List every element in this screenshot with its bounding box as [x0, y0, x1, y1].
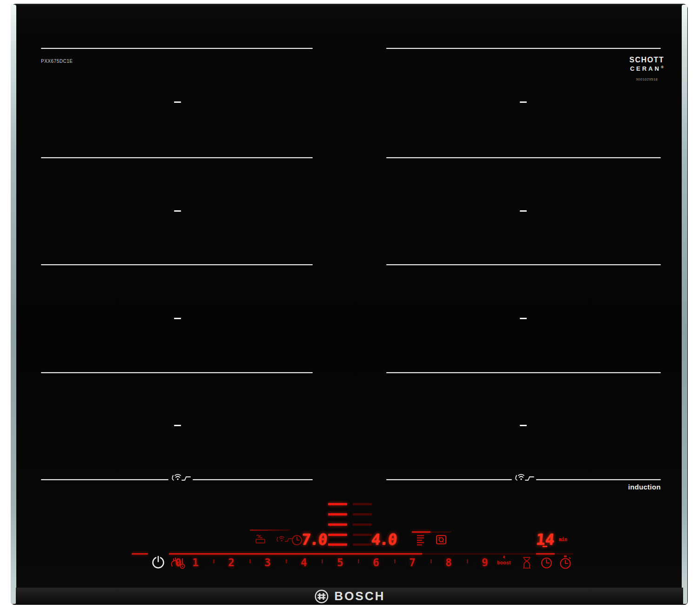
slider-track-segment[interactable] — [132, 553, 148, 555]
left-power-display: 7.0 — [297, 530, 331, 546]
timer-unit-label: min — [559, 537, 567, 542]
zone-line — [41, 48, 313, 49]
slider-level-9[interactable]: 9 — [478, 556, 492, 569]
slider-track-segment — [555, 553, 573, 555]
power-level-ladder — [328, 523, 347, 526]
pan-centre-mark — [174, 425, 181, 426]
boost-icon[interactable] — [501, 555, 507, 560]
glass-code: 9001029518 — [623, 77, 671, 81]
left-trim-strip — [11, 5, 16, 604]
bosch-armature-logo-icon — [314, 589, 329, 604]
zone-line — [41, 264, 313, 265]
front-trim-bar: BOSCH — [16, 588, 683, 605]
pan-centre-mark — [174, 101, 181, 103]
slider-track-segment — [536, 553, 555, 555]
power-level-ladder-dim — [353, 523, 372, 526]
power-level-list-icon[interactable] — [416, 535, 425, 546]
zone-select-indicator — [412, 531, 430, 533]
timer-active-mark — [543, 546, 547, 547]
zone-line — [193, 479, 313, 480]
slider-tick — [249, 559, 251, 563]
zone-line — [386, 48, 661, 49]
right-trim-strip — [682, 5, 687, 604]
slider-level-4[interactable]: 4 — [297, 556, 311, 569]
glass-brand-line1: SCHOTT — [623, 56, 671, 64]
bosch-logo-text: BOSCH — [335, 589, 385, 603]
power-level-ladder — [328, 503, 347, 505]
zone-select-indicator — [430, 531, 451, 533]
zone-line — [386, 479, 512, 480]
slider-track-segment[interactable] — [422, 553, 536, 555]
pan-centre-mark — [174, 318, 181, 319]
slider-tick — [213, 559, 215, 563]
zone-line — [386, 157, 661, 158]
slider-tick — [286, 559, 287, 563]
keep-warm-pot-icon[interactable] — [254, 533, 267, 544]
slider-track-segment[interactable] — [169, 553, 422, 555]
slider-level-7[interactable]: 7 — [405, 556, 419, 569]
zone-line — [386, 372, 661, 373]
slider-tick — [394, 559, 396, 563]
power-level-ladder — [328, 534, 347, 536]
zone-line — [41, 479, 168, 480]
glass-brand-logo: SCHOTT CERAN® 9001029518 — [623, 56, 671, 81]
registered-mark: ® — [661, 65, 664, 69]
frying-sensor-icon[interactable] — [435, 533, 448, 546]
pan-centre-mark — [520, 318, 527, 319]
slider-level-5[interactable]: 5 — [333, 556, 347, 569]
zone-select-indicator — [250, 529, 290, 531]
boost-button[interactable]: boost — [493, 560, 515, 565]
pan-centre-mark — [174, 210, 181, 212]
flex-zone-pan-icon — [514, 473, 535, 485]
flex-zone-pan-icon — [170, 473, 192, 485]
pan-centre-mark — [520, 210, 527, 212]
induction-hob-photo: PXX675DC1E SCHOTT CERAN® 9001029518 indu… — [0, 0, 698, 616]
slider-level-0[interactable]: 0 — [171, 556, 185, 569]
right-power-display: 4.0 — [367, 530, 401, 546]
slider-level-1[interactable]: 1 — [188, 556, 202, 569]
power-level-ladder — [328, 543, 347, 546]
power-level-ladder-dim — [353, 503, 372, 505]
stopwatch-alarm-icon[interactable] — [558, 555, 572, 569]
power-level-ladder — [328, 513, 347, 516]
pan-centre-mark — [520, 101, 527, 103]
slider-tick — [467, 559, 468, 563]
slider-level-2[interactable]: 2 — [224, 556, 238, 569]
pan-centre-mark — [520, 425, 527, 426]
slider-tick — [430, 559, 432, 563]
zone-line — [41, 372, 313, 373]
induction-label: induction — [600, 483, 661, 491]
power-standby-icon[interactable] — [151, 555, 166, 569]
zone-line — [41, 157, 313, 158]
slider-level-6[interactable]: 6 — [369, 556, 383, 569]
zone-line — [536, 479, 661, 480]
power-level-ladder-dim — [353, 513, 372, 516]
glass-brand-line2: CERAN® — [623, 64, 671, 72]
kitchen-timer-clock-icon[interactable] — [540, 556, 553, 569]
timer-display: 14 — [533, 530, 558, 546]
slider-tick — [358, 559, 359, 563]
slider-level-3[interactable]: 3 — [261, 556, 275, 569]
zone-line — [386, 264, 661, 265]
slider-tick — [322, 559, 323, 563]
model-number: PXX675DC1E — [41, 59, 73, 64]
hourglass-timer-icon[interactable] — [522, 556, 531, 569]
slider-level-8[interactable]: 8 — [442, 556, 456, 569]
hob-glass-surface — [11, 4, 688, 605]
